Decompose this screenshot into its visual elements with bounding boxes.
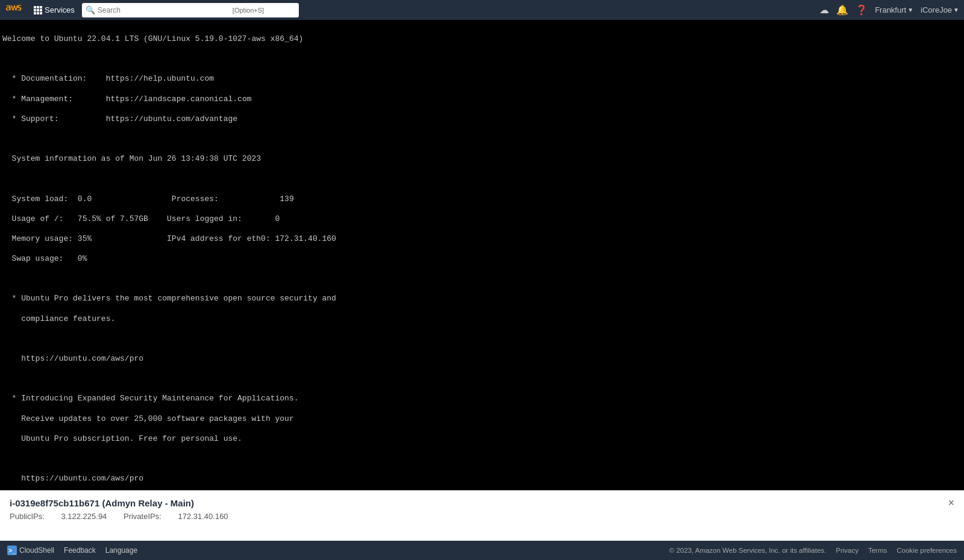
search-icon: 🔍: [86, 5, 95, 14]
private-ip-value: 172.31.40.160: [178, 512, 228, 521]
copyright-text: © 2023, Amazon Web Services, Inc. or its…: [669, 547, 827, 554]
terminal-line-sysinfo: System information as of Mon Jun 26 13:4…: [0, 154, 964, 164]
public-ip-value: 3.122.225.94: [61, 512, 107, 521]
terminal-line-support: * Support: https://ubuntu.com/advantage: [0, 114, 964, 125]
language-label: Language: [105, 546, 137, 555]
terminal-line-welcome: Welcome to Ubuntu 22.04.1 LTS (GNU/Linux…: [0, 34, 964, 45]
user-caret: ▼: [953, 7, 959, 13]
services-button[interactable]: Services: [30, 4, 78, 16]
footer: >_ CloudShell Feedback Language © 2023, …: [0, 541, 964, 560]
terminal-line-ubuntupro-url: https://ubuntu.com/aws/pro: [0, 353, 964, 364]
terminal-line-esm-url: https://ubuntu.com/aws/pro: [0, 473, 964, 484]
region-selector[interactable]: Frankfurt ▼: [875, 5, 913, 14]
cloudshell-button[interactable]: >_ CloudShell: [7, 546, 54, 555]
terminal-line-memory: Memory usage: 35% IPv4 address for eth0:…: [0, 234, 964, 244]
feedback-button[interactable]: Feedback: [64, 546, 96, 555]
region-caret: ▼: [907, 7, 913, 13]
terminal-line-doc: * Documentation: https://help.ubuntu.com: [0, 73, 964, 84]
grid-icon: [34, 6, 42, 14]
footer-right: © 2023, Amazon Web Services, Inc. or its…: [669, 547, 957, 554]
cookie-link[interactable]: Cookie preferences: [897, 547, 957, 554]
terminal-line-esm2: Receive updates to over 25,000 software …: [0, 414, 964, 425]
instance-title: i-0319e8f75cb11b671 (Admyn Relay - Main): [10, 498, 954, 508]
terminal-line-esm1: * Introducing Expanded Security Maintena…: [0, 393, 964, 404]
terminal-line-blank1: [0, 54, 964, 64]
terminal-line-ubuntupro1: * Ubuntu Pro delivers the most comprehen…: [0, 293, 964, 304]
terminal-line-blank4: [0, 273, 964, 284]
terminal-line-blank7: [0, 453, 964, 464]
cloudshell-icon: >_: [7, 546, 17, 555]
navbar: Services 🔍 [Option+S] ☁ 🔔 ❓ Frankfurt ▼ …: [0, 0, 964, 20]
close-button[interactable]: ×: [948, 497, 954, 509]
terminal-line-ubuntupro2: compliance features.: [0, 314, 964, 325]
cloudshell-label: CloudShell: [19, 546, 54, 555]
info-panel: × i-0319e8f75cb11b671 (Admyn Relay - Mai…: [0, 490, 964, 541]
services-label: Services: [45, 5, 75, 14]
terminal-line-blank5: [0, 334, 964, 344]
user-label: iCoreJoe: [921, 5, 952, 14]
terminal-line-sysload: System load: 0.0 Processes: 139: [0, 194, 964, 205]
terms-link[interactable]: Terms: [868, 547, 887, 554]
help-icon[interactable]: ❓: [856, 4, 868, 16]
search-box[interactable]: 🔍 [Option+S]: [82, 3, 299, 17]
terminal[interactable]: Welcome to Ubuntu 22.04.1 LTS (GNU/Linux…: [0, 20, 964, 490]
cloud-icon[interactable]: ☁: [819, 4, 829, 16]
footer-left: >_ CloudShell Feedback Language: [7, 546, 137, 555]
user-menu[interactable]: iCoreJoe ▼: [921, 5, 959, 14]
terminal-line-swap: Swap usage: 0%: [0, 254, 964, 264]
aws-logo[interactable]: [5, 4, 24, 16]
terminal-line-esm3: Ubuntu Pro subscription. Free for person…: [0, 434, 964, 444]
instance-details: PublicIPs: 3.122.225.94 PrivateIPs: 172.…: [10, 512, 954, 521]
language-button[interactable]: Language: [105, 546, 137, 555]
terminal-line-blank3: [0, 173, 964, 184]
terminal-line-usage: Usage of /: 75.5% of 7.57GB Users logged…: [0, 214, 964, 225]
region-label: Frankfurt: [875, 5, 906, 14]
terminal-line-blank2: [0, 134, 964, 145]
terminal-line-mgmt: * Management: https://landscape.canonica…: [0, 94, 964, 105]
public-ip-label: PublicIPs:: [10, 512, 45, 521]
bell-icon[interactable]: 🔔: [836, 4, 848, 16]
terminal-line-blank6: [0, 373, 964, 384]
search-shortcut: [Option+S]: [233, 7, 264, 14]
nav-right: ☁ 🔔 ❓ Frankfurt ▼ iCoreJoe ▼: [819, 4, 959, 16]
search-input[interactable]: [98, 6, 230, 14]
privacy-link[interactable]: Privacy: [836, 547, 859, 554]
feedback-label: Feedback: [64, 546, 96, 555]
private-ip-label: PrivateIPs:: [124, 512, 161, 521]
